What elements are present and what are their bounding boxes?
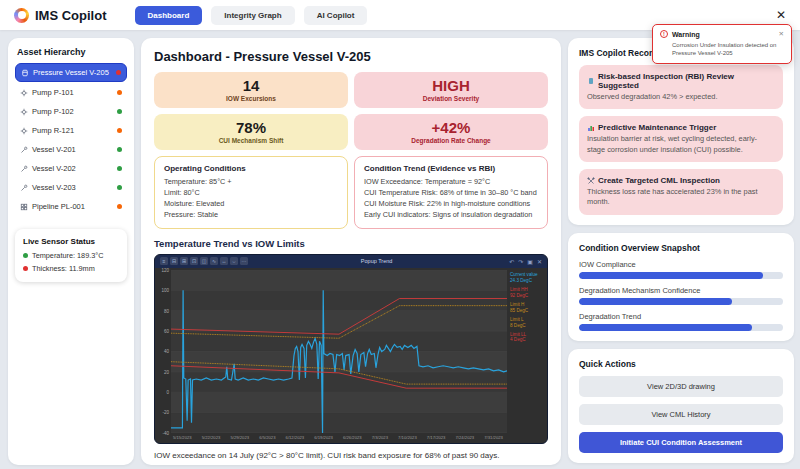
- close-icon[interactable]: ✕: [776, 9, 786, 21]
- x-tick-label: 7/31/2023: [484, 435, 503, 443]
- metric-label: CUI Mechanism Shift: [154, 137, 348, 144]
- wrench-icon: [20, 165, 28, 173]
- operating-condition-line: Pressure: Stable: [164, 210, 338, 221]
- view-cml-history-button[interactable]: View CML History: [579, 404, 783, 425]
- quick-actions-panel: Quick Actions View 2D/3D drawing View CM…: [568, 349, 794, 463]
- sidebar-item-label: Vessel V-201: [32, 145, 76, 154]
- sensor-reading-temperature: Temperature: 189.3°C: [23, 251, 119, 260]
- condition-trend-title: Condition Trend (Evidence vs RBI): [364, 164, 538, 173]
- toast-title: Warning: [672, 31, 700, 38]
- metric-iow-excursions: 14 IOW Excursions: [154, 72, 348, 108]
- tab-integrity-graph[interactable]: Integrity Graph: [211, 6, 294, 25]
- metric-label: Degradation Rate Change: [354, 137, 548, 144]
- app-logo-icon: [14, 8, 29, 23]
- recommendation-predictive-maintenance: Predictive Maintenance Trigger Insulatio…: [579, 116, 783, 162]
- operating-condition-line: Temperature: 85°C +: [164, 177, 338, 188]
- undo-icon[interactable]: ↶: [509, 258, 514, 265]
- metric-cards: 14 IOW Excursions HIGH Deviation Severit…: [154, 72, 548, 150]
- maximize-icon[interactable]: ▣: [527, 258, 533, 265]
- recommendation-body: Insulation barrier at risk, wet cycling …: [587, 134, 775, 155]
- toast-close-icon[interactable]: ✕: [779, 30, 784, 38]
- status-dot: [117, 128, 122, 133]
- y-tick-label: 0: [166, 390, 169, 395]
- initiate-cui-assessment-button[interactable]: Initiate CUI Condition Assessment: [579, 432, 783, 453]
- y-tick-label: 40: [164, 349, 169, 354]
- tools-icon: [587, 177, 595, 185]
- progress-label-degradation-trend: Degradation Trend: [579, 312, 783, 321]
- x-tick-label: 7/17/2023: [427, 435, 446, 443]
- status-dot: [117, 90, 122, 95]
- metric-label: Deviation Severity: [354, 95, 548, 102]
- x-tick-label: 7/3/2023: [372, 435, 388, 443]
- dashboard-main-panel: Dashboard - Pressure Vessel V-205 14 IOW…: [141, 38, 561, 465]
- thickness-status-dot: [23, 266, 28, 271]
- app-title: IMS Copilot: [35, 8, 107, 23]
- operating-conditions-title: Operating Conditions: [164, 164, 338, 173]
- metric-value: 78%: [154, 119, 348, 136]
- tab-dashboard[interactable]: Dashboard: [135, 6, 203, 25]
- y-tick-label: 100: [161, 288, 169, 293]
- toolbar-range-icon[interactable]: ⋯: [240, 257, 248, 265]
- drum-icon: [587, 77, 595, 85]
- recommendation-title: Create Targeted CML Inspection: [598, 176, 720, 185]
- quick-actions-title: Quick Actions: [579, 359, 783, 369]
- toolbar-curve-icon[interactable]: ∿: [210, 257, 218, 265]
- operating-condition-line: Limit: 80°C: [164, 188, 338, 199]
- recommendation-body: Observed degradation 42% > expected.: [587, 92, 775, 102]
- sidebar-item-pump-p101[interactable]: Pump P-101: [15, 84, 127, 101]
- toolbar-trend-a-icon[interactable]: ⊞: [180, 257, 188, 265]
- status-dot: [117, 147, 122, 152]
- x-tick-label: 7/10/2023: [398, 435, 417, 443]
- chart-y-axis: 120100806040200-20-40: [157, 270, 171, 433]
- chart-caption: IOW exceedance on 14 July (92°C > 80°C l…: [154, 451, 548, 460]
- condition-overview-title: Condition Overview Snapshot: [579, 243, 783, 253]
- asset-hierarchy-title: Asset Hierarchy: [17, 47, 125, 57]
- sidebar-item-vessel-v202[interactable]: Vessel V-202: [15, 160, 127, 177]
- metric-degradation-rate-change: +42% Degradation Rate Change: [354, 114, 548, 150]
- popup-trend-window: ≡⊟⊞⊡◫∿↔⇔⋯ Popup Trend ↶↷▣✕ 1201008060402…: [154, 254, 548, 444]
- view-2d-3d-drawing-button[interactable]: View 2D/3D drawing: [579, 376, 783, 397]
- progress-label-degradation-confidence: Degradation Mechanism Confidence: [579, 286, 783, 295]
- operating-condition-line: Moisture: Elevated: [164, 199, 338, 210]
- toolbar-layout-icon[interactable]: ⊟: [170, 257, 178, 265]
- x-tick-label: 6/26/2023: [343, 435, 362, 443]
- trend-plot-area[interactable]: [171, 270, 507, 433]
- recommendation-title: Risk-based Inspection (RBI) Review Sugge…: [598, 72, 775, 90]
- wrench-icon: [20, 146, 28, 154]
- legend-limit-hh: Limit HH92 DegC: [510, 287, 545, 299]
- sidebar-item-vessel-v203[interactable]: Vessel V-203: [15, 179, 127, 196]
- toolbar-trend-c-icon[interactable]: ◫: [200, 257, 208, 265]
- status-dot: [117, 166, 122, 171]
- sidebar-item-label: Pump P-102: [32, 107, 74, 116]
- x-tick-label: 6/5/2023: [259, 435, 275, 443]
- sidebar-item-label: Pressure Vessel V-205: [33, 68, 109, 77]
- pump-icon: [20, 127, 28, 135]
- sidebar-item-pump-r121[interactable]: Pump R-121: [15, 122, 127, 139]
- toolbar-zoom-y-icon[interactable]: ⇔: [230, 257, 238, 265]
- sidebar-item-pipeline-pl001[interactable]: Pipeline PL-001: [15, 198, 127, 215]
- legend-limit-ll: Limit LL4 DegC: [510, 332, 545, 344]
- metric-value: HIGH: [354, 77, 548, 94]
- metric-cui-mechanism-shift: 78% CUI Mechanism Shift: [154, 114, 348, 150]
- close-icon[interactable]: ✕: [537, 258, 542, 265]
- sidebar-item-pressure-vessel-v205[interactable]: Pressure Vessel V-205: [15, 63, 127, 82]
- sidebar-item-pump-p102[interactable]: Pump P-102: [15, 103, 127, 120]
- recommendation-title: Predictive Maintenance Trigger: [598, 123, 716, 132]
- metric-value: 14: [154, 77, 348, 94]
- tab-ai-copilot[interactable]: AI Copilot: [304, 6, 368, 25]
- x-tick-label: 5/15/2023: [173, 435, 192, 443]
- toolbar-trend-b-icon[interactable]: ⊡: [190, 257, 198, 265]
- metric-label: IOW Excursions: [154, 95, 348, 102]
- toolbar-list-icon[interactable]: ≡: [160, 257, 168, 265]
- x-tick-label: 6/12/2023: [286, 435, 305, 443]
- x-tick-label: 5/22/2023: [202, 435, 221, 443]
- recommendations-panel: IMS Copilot Recommendations Risk-based I…: [568, 38, 794, 225]
- chart-x-axis: 5/15/20235/22/20235/29/20236/5/20236/12/…: [155, 433, 547, 443]
- redo-icon[interactable]: ↷: [518, 258, 523, 265]
- legend-current-value: Current value24.3 DegC: [510, 272, 545, 284]
- toolbar-zoom-x-icon[interactable]: ↔: [220, 257, 228, 265]
- sidebar-item-vessel-v201[interactable]: Vessel V-201: [15, 141, 127, 158]
- y-tick-label: -40: [162, 430, 169, 435]
- pump-icon: [20, 89, 28, 97]
- warning-toast: ! Warning ✕ Corrosion Under Insulation d…: [652, 24, 792, 64]
